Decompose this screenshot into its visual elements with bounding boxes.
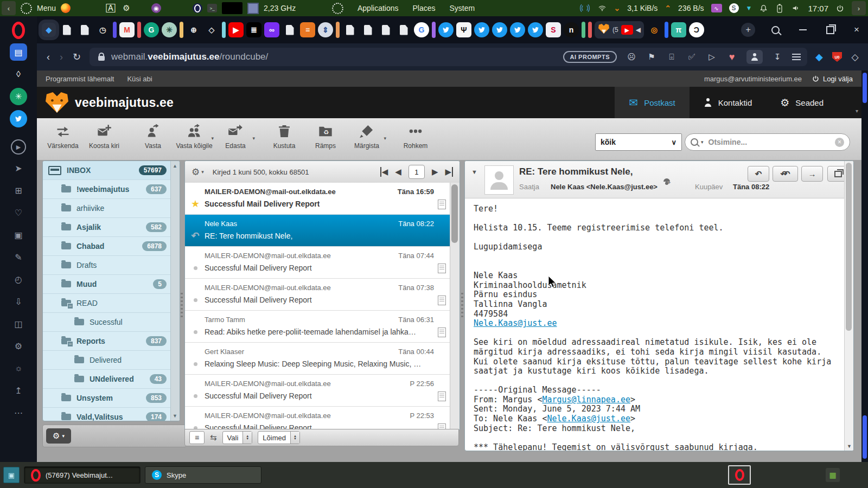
veebimajutus-tab[interactable]: (5▶◀	[595, 21, 644, 38]
twitter-tab-icon[interactable]	[438, 22, 454, 37]
folder-drafts[interactable]: Drafts	[43, 256, 171, 275]
vasta-k-igile-button[interactable]: ▾Vasta kõigile	[174, 124, 215, 150]
panel-expand-button[interactable]: ›	[852, 1, 866, 15]
logout-button[interactable]: Logi välja	[812, 75, 853, 83]
vasta-button[interactable]: Vasta	[132, 124, 174, 150]
scroll-up-icon[interactable]: ▲	[173, 163, 177, 169]
shield-check-icon[interactable]: ✅︎	[686, 52, 697, 62]
taskbar-window-1[interactable]: (57697) Veebimajut...	[24, 466, 141, 484]
message-row[interactable]: Gert KlaaserTäna 00:44Relaxing Sleep Mus…	[185, 343, 450, 375]
chat-tab-icon[interactable]: ≡	[300, 22, 315, 37]
s-logo-tab-icon[interactable]: S	[546, 22, 561, 37]
threads-dropdown[interactable]: Lõimed▲▼	[258, 431, 300, 444]
extensions-icon[interactable]: ◫	[10, 315, 27, 332]
folder-vald-valitsus[interactable]: Vald,Valitsus174	[43, 408, 171, 421]
maximize-button[interactable]	[826, 26, 834, 34]
scroll-down-icon[interactable]: ▼	[847, 444, 852, 449]
green-g-tab-icon[interactable]: G	[144, 22, 159, 37]
window-preview[interactable]	[728, 465, 751, 485]
folder-delivered[interactable]: Delivered	[43, 351, 171, 370]
google-tab-icon[interactable]: G	[414, 22, 429, 37]
dot-flag-icon[interactable]	[190, 262, 201, 273]
opera-launcher-icon[interactable]	[193, 3, 202, 13]
close-button[interactable]: ×	[854, 24, 859, 35]
history-icon[interactable]: ◴	[10, 271, 27, 288]
j-tab-icon[interactable]: Ɔ	[689, 22, 704, 37]
doc-tab-icon[interactable]	[360, 22, 375, 37]
battery-icon[interactable]	[775, 3, 784, 14]
search-clear-button[interactable]: ×	[835, 138, 844, 147]
folder-arhiivike[interactable]: arhiivike	[43, 199, 171, 218]
doc-tab-icon[interactable]	[342, 22, 358, 37]
opera-menu-icon[interactable]	[10, 22, 27, 38]
tor-browser-icon[interactable]: ◉	[151, 3, 161, 13]
youtube-audio-tab-icon[interactable]: ▶	[621, 25, 633, 35]
pinboard-tab-icon[interactable]: ◆	[41, 22, 56, 37]
power-icon[interactable]	[835, 4, 845, 13]
applications-menu[interactable]: Applications	[358, 4, 399, 12]
tab-kontaktid[interactable]: Kontaktid	[690, 87, 767, 118]
page-settings-icon[interactable]	[792, 53, 801, 61]
ai-prompts-button[interactable]: AI PROMPTS	[563, 51, 617, 63]
bookmarks-icon[interactable]: ▤	[10, 43, 27, 61]
doc-tab-icon[interactable]	[396, 22, 411, 37]
workspaces-icon[interactable]: ⊞	[10, 182, 27, 199]
favorite-heart-icon[interactable]: ♥	[726, 52, 737, 62]
search-icon[interactable]	[691, 138, 698, 146]
chevron-down-icon[interactable]: ▾	[384, 136, 386, 141]
message-row[interactable]: MAILER-DAEMON@mail-out.elkdata.eeP 22:56…	[185, 375, 450, 407]
folder-asjalik[interactable]: Asjalik582	[43, 218, 171, 237]
player-icon[interactable]: ▶	[11, 139, 26, 155]
email-link[interactable]: Nele.Kaas@just.ee	[547, 414, 630, 423]
tab-postkast[interactable]: ✉Postkast	[615, 87, 689, 118]
gears-icon[interactable]: ⚙	[121, 3, 132, 14]
folder-unsystem[interactable]: Unsystem853	[43, 389, 171, 408]
first-page-button[interactable]: ◀	[380, 167, 388, 177]
emoji-extension-icon[interactable]: ☹	[626, 52, 637, 62]
audio-playing-icon[interactable]: ◀	[636, 26, 641, 34]
message-list-scrollbar[interactable]	[450, 183, 459, 429]
downloads-button[interactable]: ↧	[772, 52, 783, 62]
tips-icon[interactable]: ☼	[10, 359, 27, 377]
splitter-folders-list[interactable]	[180, 160, 184, 446]
chevron-down-icon[interactable]: ▾	[211, 136, 214, 141]
doc-tab-icon[interactable]	[59, 22, 74, 37]
folder-read[interactable]: READ	[43, 294, 171, 313]
gift-icon[interactable]: ◊	[10, 66, 27, 83]
folder-muud[interactable]: Muud5	[43, 275, 171, 294]
current-page[interactable]: 1	[409, 165, 425, 179]
folder-undelivered[interactable]: UNdelivered43	[43, 370, 171, 389]
email-link[interactable]: Nele.Kaas@just.ee	[474, 318, 557, 328]
doc-tab-icon[interactable]	[378, 22, 393, 37]
lock-icon[interactable]	[98, 56, 105, 61]
firefox-launcher-icon[interactable]	[61, 3, 71, 13]
message-row[interactable]: MAILER-DAEMON@mail-out.elkdata.eeTäna 07…	[185, 247, 450, 279]
kustuta-button[interactable]: Kustuta	[264, 124, 305, 150]
wifi-icon[interactable]	[597, 4, 607, 12]
tab-search-icon[interactable]	[771, 26, 780, 34]
reload-button[interactable]: ↻	[73, 51, 81, 63]
search-tool-icon[interactable]: 🄰	[105, 3, 116, 14]
koosta-kiri-button[interactable]: Koosta kiri	[84, 124, 125, 150]
psi-tab-icon[interactable]: Ψ	[456, 22, 471, 37]
message-row[interactable]: Tarmo TammTäna 06:31Read: Abiks hetke pe…	[185, 311, 450, 343]
panel-collapse-button[interactable]: ‹	[2, 1, 16, 15]
browser-scrollbar[interactable]	[861, 70, 868, 462]
myflow-icon[interactable]: ↥	[10, 382, 27, 399]
spinner-icon[interactable]: ▲▼	[242, 432, 252, 444]
reply-flag-icon[interactable]: ↶	[190, 230, 201, 241]
volume-icon[interactable]	[791, 4, 801, 12]
twitter-tab-icon[interactable]	[492, 22, 507, 37]
cards-icon[interactable]: ▣	[10, 226, 27, 243]
message-row[interactable]: MAILER-DAEMON@mail-out.elkdata.eeP 22:53…	[185, 407, 450, 430]
help-link[interactable]: Küsi abi	[127, 75, 152, 83]
star-flag-icon[interactable]: ★	[190, 198, 201, 209]
cube-tab-icon[interactable]: ◇	[204, 22, 219, 37]
notifications-bell-icon[interactable]	[759, 4, 768, 13]
send-page-icon[interactable]: ▷	[706, 52, 717, 62]
address-field[interactable]: webmail.veebimajutus.ee/roundcube/ AI PR…	[90, 48, 807, 66]
message-row[interactable]: Nele KaasTäna 08:22RE: Tere hommikust Ne…	[185, 215, 450, 247]
folder-scrollbar[interactable]: ▲▼	[170, 161, 180, 421]
message-row[interactable]: MAILER-DAEMON@mail-out.elkdata.eeTäna 07…	[185, 279, 450, 311]
doc-tab-icon[interactable]	[77, 22, 92, 37]
